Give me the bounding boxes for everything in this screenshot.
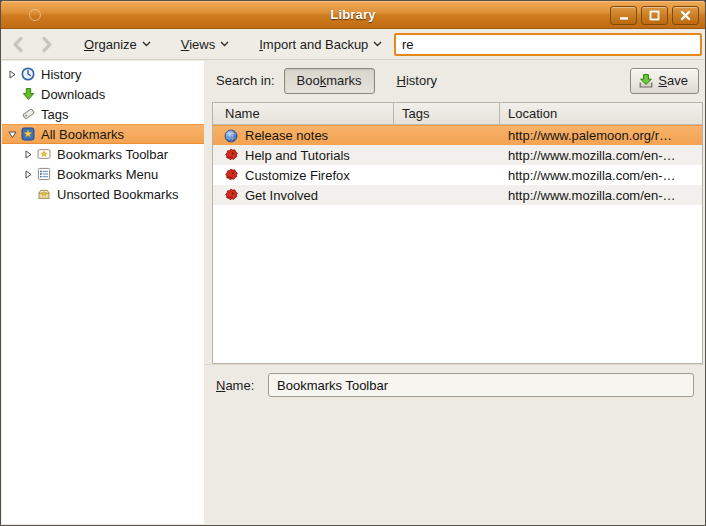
table-row[interactable]: Help and Tutorials http://www.mozilla.co… (213, 145, 702, 165)
bookmark-location: http://www.mozilla.com/en-… (499, 168, 702, 183)
toolbar: Organize Views Import and Backup (2, 29, 704, 60)
column-header-name[interactable]: Name (213, 103, 393, 124)
all-bookmarks-icon (20, 126, 36, 142)
history-clock-icon (20, 66, 36, 82)
sidebar-item-label: Downloads (41, 87, 105, 102)
scope-history-label: History (397, 73, 437, 88)
minimize-icon (619, 11, 629, 21)
detail-pane: Name: (204, 364, 704, 524)
window-menu-icon[interactable] (29, 9, 41, 21)
forward-icon (41, 36, 54, 53)
sidebar-item-label: History (41, 67, 81, 82)
bookmark-location: http://www.mozilla.com/en-… (499, 148, 702, 163)
bookmarks-toolbar-icon (36, 146, 52, 162)
sidebar-tree: History Downloads Tags (2, 61, 204, 524)
chevron-down-icon (373, 41, 382, 47)
sidebar-item-label: Tags (41, 107, 68, 122)
titlebar[interactable]: Library (1, 1, 705, 29)
downloads-icon (20, 86, 36, 102)
scope-bookmarks-button[interactable]: Bookmarks (284, 68, 375, 94)
organize-menu-button[interactable]: Organize (76, 33, 159, 56)
window-title: Library (1, 7, 705, 22)
sidebar-item-unsorted-bookmarks[interactable]: Unsorted Bookmarks (2, 184, 204, 204)
scope-history-button[interactable]: History (385, 68, 449, 94)
save-button[interactable]: Save (630, 68, 699, 94)
table-row[interactable]: Get Involved http://www.mozilla.com/en-… (213, 185, 702, 205)
bookmark-name: Get Involved (245, 188, 318, 203)
expander-collapsed-icon[interactable] (20, 150, 36, 159)
sidebar-item-bookmarks-toolbar[interactable]: Bookmarks Toolbar (2, 144, 204, 164)
close-icon (680, 10, 691, 21)
expander-expanded-icon[interactable] (4, 130, 20, 139)
table-header: Name Tags Location (213, 103, 702, 125)
maximize-icon (649, 10, 660, 21)
search-in-label: Search in: (216, 73, 275, 88)
content: History Downloads Tags (2, 61, 704, 524)
mozilla-icon (223, 147, 239, 163)
name-field[interactable] (268, 373, 694, 397)
mozilla-icon (223, 187, 239, 203)
maximize-button[interactable] (641, 6, 668, 25)
minimize-button[interactable] (610, 6, 637, 25)
sidebar-item-history[interactable]: History (2, 64, 204, 84)
unsorted-bookmarks-icon (36, 186, 52, 202)
scope-bookmarks-label: Bookmarks (297, 73, 362, 88)
organize-label: Organize (84, 37, 137, 52)
bookmark-name: Customize Firefox (245, 168, 350, 183)
results-table: Name Tags Location Release note (212, 102, 703, 364)
chevron-down-icon (142, 41, 151, 47)
views-label: Views (181, 37, 215, 52)
save-label: Save (658, 73, 688, 88)
bookmark-location: http://www.palemoon.org/r… (499, 128, 702, 143)
search-input[interactable] (394, 33, 702, 56)
sidebar-item-label: Bookmarks Toolbar (57, 147, 168, 162)
expander-collapsed-icon[interactable] (4, 70, 20, 79)
back-icon (11, 36, 24, 53)
sidebar-item-bookmarks-menu[interactable]: Bookmarks Menu (2, 164, 204, 184)
bookmarks-menu-icon (36, 166, 52, 182)
save-icon (638, 73, 654, 89)
mozilla-icon (223, 167, 239, 183)
sidebar-item-label: Bookmarks Menu (57, 167, 158, 182)
table-row[interactable]: Release notes http://www.palemoon.org/r… (213, 125, 702, 145)
sidebar-item-label: All Bookmarks (41, 127, 124, 142)
back-button[interactable] (2, 31, 32, 57)
bookmark-name: Release notes (245, 128, 328, 143)
sidebar-item-downloads[interactable]: Downloads (2, 84, 204, 104)
chevron-down-icon (220, 41, 229, 47)
bookmark-location: http://www.mozilla.com/en-… (499, 188, 702, 203)
bookmark-name: Help and Tutorials (245, 148, 350, 163)
search-scope-row: Search in: Bookmarks History Save (212, 67, 699, 94)
expander-collapsed-icon[interactable] (20, 170, 36, 179)
name-field-label: Name: (216, 378, 268, 393)
library-window: Library Organize Views (0, 0, 706, 526)
sidebar-item-tags[interactable]: Tags (2, 104, 204, 124)
sidebar-item-label: Unsorted Bookmarks (57, 187, 178, 202)
globe-icon (223, 128, 239, 144)
import-backup-label: Import and Backup (259, 37, 368, 52)
import-backup-menu-button[interactable]: Import and Backup (251, 33, 390, 56)
main-panel: Search in: Bookmarks History Save (204, 61, 704, 524)
tags-icon (20, 106, 36, 122)
sidebar-item-all-bookmarks[interactable]: All Bookmarks (2, 124, 204, 144)
column-header-location[interactable]: Location (499, 103, 702, 124)
views-menu-button[interactable]: Views (173, 33, 237, 56)
column-header-tags[interactable]: Tags (393, 103, 499, 124)
close-button[interactable] (672, 6, 699, 25)
table-row[interactable]: Customize Firefox http://www.mozilla.com… (213, 165, 702, 185)
forward-button[interactable] (32, 31, 62, 57)
